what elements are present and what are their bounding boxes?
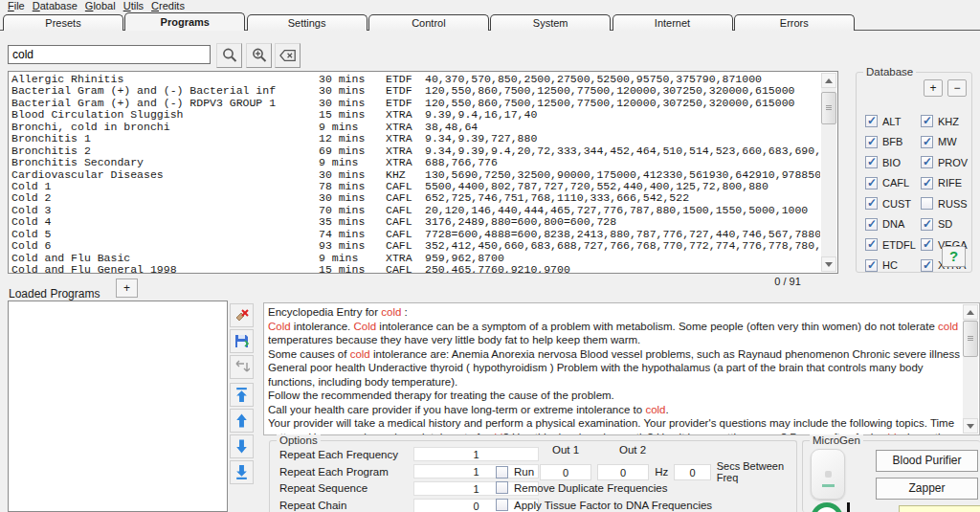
program-row[interactable]: Bronchitis 112 minsXTRA9.34,9.39,727,880	[11, 133, 820, 145]
checkbox-khz[interactable]	[921, 115, 933, 127]
database-remove-button[interactable]: −	[947, 79, 967, 97]
checkbox-alt[interactable]	[865, 115, 878, 127]
program-row[interactable]: Bronchitis 269 minsXTRA9.34,9.39,9.4,20,…	[11, 145, 820, 157]
menu-database[interactable]: Database	[29, 0, 81, 12]
checkbox-xtra[interactable]	[921, 259, 933, 272]
checkbox-cust[interactable]	[865, 197, 878, 210]
program-frq: 959,962,8700	[425, 253, 820, 264]
loaded-programs-add-button[interactable]: +	[116, 278, 138, 298]
run-checkbox[interactable]	[496, 466, 508, 479]
move-up-icon[interactable]	[230, 409, 254, 433]
scroll-thumb[interactable]	[963, 321, 978, 357]
checkbox-russ[interactable]	[921, 197, 933, 210]
program-row[interactable]: Cold 693 minsCAFL352,412,450,660,683,688…	[11, 240, 820, 252]
out1-header: Out 1	[552, 444, 579, 456]
save-list-icon[interactable]	[230, 329, 254, 353]
zapper-button[interactable]: Zapper	[876, 478, 978, 500]
checkbox-hc[interactable]	[865, 259, 878, 272]
program-frq: 652,725,746,751,768,1110,333,666,542,522	[425, 192, 820, 204]
menu-file[interactable]: File	[4, 0, 29, 12]
program-row[interactable]: Cold 435 minsCAFL3176,2489,880=600,800=6…	[11, 216, 820, 228]
program-db: XTRA	[386, 157, 425, 168]
zoom-in-icon[interactable]	[246, 43, 272, 68]
tab-internet[interactable]: Internet	[612, 14, 733, 31]
program-row[interactable]: Cold and Flu General 199815 minsCAFL250,…	[11, 264, 820, 273]
program-row[interactable]: Cardiovascular Diseases30 minsKHZ130,569…	[11, 169, 820, 181]
move-bottom-icon[interactable]	[230, 460, 254, 484]
tab-system[interactable]: System	[490, 14, 611, 31]
tab-settings[interactable]: Settings	[247, 14, 368, 31]
tab-errors[interactable]: Errors	[734, 14, 855, 31]
program-frq: 20,120,146,440,444,465,727,776,787,880,1…	[425, 205, 820, 216]
database-option-hc: HC	[865, 256, 921, 277]
database-option-sd: SD	[921, 214, 974, 235]
clear-search-icon[interactable]	[275, 43, 301, 68]
swap-icon[interactable]	[230, 355, 254, 379]
move-top-icon[interactable]	[230, 383, 254, 407]
program-dur: 78 mins	[319, 181, 386, 192]
program-frq: 120,550,860,7500,12500,77500,120000,3072…	[425, 85, 820, 97]
tab-presets[interactable]: Presets	[3, 14, 123, 31]
clear-list-icon[interactable]	[230, 303, 254, 327]
encyclopedia-scrollbar[interactable]	[963, 304, 978, 434]
tab-programs[interactable]: Programs	[124, 12, 245, 31]
checkbox-etdfl[interactable]	[865, 238, 878, 251]
checkbox-bfb[interactable]	[865, 136, 878, 148]
checkbox-vega[interactable]	[921, 238, 933, 251]
search-input[interactable]	[8, 45, 211, 64]
program-row[interactable]: Blood Circulation Sluggish15 minsXTRA9.3…	[11, 109, 820, 121]
blood-purifier-button[interactable]: Blood Purifier	[876, 450, 978, 472]
menu-utils[interactable]: Utils	[120, 0, 147, 12]
secs-between-freq-field[interactable]: 0	[674, 464, 710, 480]
scroll-thumb[interactable]	[821, 92, 836, 124]
remove-duplicates-checkbox[interactable]	[496, 481, 508, 494]
checkbox-label: HC	[882, 259, 898, 271]
checkbox-cafl[interactable]	[865, 177, 878, 189]
program-row[interactable]: Bronchitis Secondary9 minsXTRA688,766,77…	[11, 157, 820, 168]
scroll-up-icon[interactable]	[963, 304, 978, 320]
program-row[interactable]: Cold 230 minsCAFL652,725,746,751,768,111…	[11, 192, 820, 204]
program-row[interactable]: Cold and Flu Basic9 minsXTRA959,962,8700	[11, 253, 820, 264]
out1-frequency-field[interactable]: 0	[540, 464, 591, 480]
program-row[interactable]: Cold 178 minsCAFL5500,4400,802,787,727,7…	[11, 181, 820, 192]
program-list-scrollbar[interactable]	[821, 73, 836, 272]
program-frq: 3176,2489,880=600,800=600,728	[425, 216, 820, 228]
hz-label: Hz	[655, 466, 668, 478]
program-row[interactable]: Bronchi, cold in bronchi9 minsXTRA38,48,…	[11, 122, 820, 133]
program-row[interactable]: Bacterial Gram (+) and (-) Bacterial inf…	[11, 85, 820, 97]
checkbox-bio[interactable]	[865, 156, 878, 168]
checkbox-dna[interactable]	[865, 218, 878, 231]
program-dur: 15 mins	[319, 264, 386, 273]
checkbox-prov[interactable]	[921, 156, 933, 168]
program-row[interactable]: Bacterial Gram (+) and (-) RDPV3 GROUP 1…	[11, 98, 820, 109]
scroll-down-icon[interactable]	[821, 256, 836, 272]
checkbox-rife[interactable]	[921, 177, 933, 189]
menu-global[interactable]: Global	[81, 0, 120, 12]
tab-control[interactable]: Control	[368, 14, 489, 31]
menu-credits[interactable]: Credits	[147, 0, 189, 12]
program-name: Cardiovascular Diseases	[11, 169, 319, 181]
out2-frequency-field[interactable]: 0	[597, 464, 649, 480]
program-row[interactable]: Cold 370 minsCAFL20,120,146,440,444,465,…	[11, 205, 820, 216]
program-dur: 9 mins	[319, 253, 386, 264]
search-icon[interactable]	[216, 43, 242, 68]
scroll-down-icon[interactable]	[963, 418, 978, 434]
apply-tissue-factor-checkbox[interactable]	[496, 499, 508, 511]
program-row[interactable]: Cold 574 minsCAFL7728=600,4888=600,8238,…	[11, 229, 820, 240]
checkbox-label: MW	[938, 136, 957, 147]
program-name: Cold and Flu General 1998	[11, 264, 319, 273]
program-name: Bronchitis 2	[11, 145, 319, 157]
database-add-button[interactable]: +	[924, 79, 943, 97]
run-label: Run	[514, 466, 534, 478]
database-panel: Database + − ALTKHZBFBMWBIOPROVCAFLRIFEC…	[856, 72, 972, 273]
help-button[interactable]: ?	[942, 246, 966, 267]
move-down-icon[interactable]	[230, 434, 254, 458]
program-row[interactable]: Allergic Rhinitis30 minsETDF40,370,570,8…	[11, 74, 820, 85]
database-panel-title: Database	[863, 66, 916, 78]
scroll-up-icon[interactable]	[821, 73, 836, 88]
checkbox-mw[interactable]	[921, 136, 933, 148]
option-label: Repeat Sequence	[279, 482, 413, 494]
checkbox-sd[interactable]	[921, 218, 933, 231]
program-list[interactable]: Allergic Rhinitis30 minsETDF40,370,570,8…	[8, 71, 838, 274]
loaded-programs-list[interactable]	[8, 301, 228, 512]
